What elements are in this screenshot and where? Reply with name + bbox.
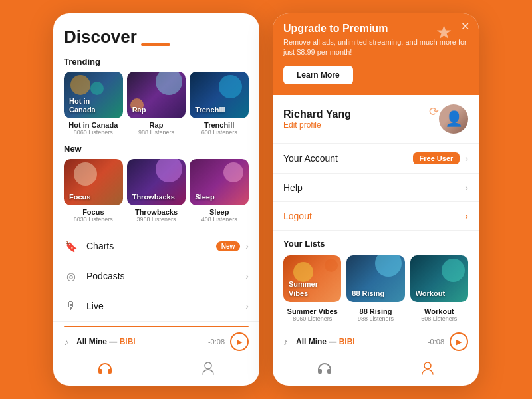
decoration-icon: ⟳ xyxy=(429,104,439,119)
new-card-throwbacks-label: Throwbacks xyxy=(132,193,175,201)
chevron-right-icon: › xyxy=(245,241,249,251)
right-play-button[interactable]: ▶ xyxy=(450,332,468,351)
trending-info-2: Trenchill 608 Listeners xyxy=(190,121,249,136)
charts-label: Charts xyxy=(86,241,216,251)
page-title: Discover xyxy=(64,27,137,47)
trending-info-0: Hot in Canada 8060 Listeners xyxy=(64,121,123,136)
premium-banner: ✕ ★ Upgrade to Premium Remove all ads, u… xyxy=(273,13,479,95)
free-user-badge: Free User xyxy=(413,152,460,164)
new-card-focus[interactable]: Focus xyxy=(64,159,123,205)
star-icon: ★ xyxy=(436,21,452,43)
headphones-nav-icon[interactable] xyxy=(93,359,117,378)
trending-card-rap-label: Rap xyxy=(132,106,146,114)
left-panel: Discover Trending Hot inCanada Rap Trenc… xyxy=(53,13,259,386)
now-playing-time: -0:08 xyxy=(208,338,225,346)
new-grid: Focus Throwbacks Sleep xyxy=(64,159,249,205)
svg-point-1 xyxy=(424,362,431,369)
close-icon[interactable]: ✕ xyxy=(461,20,469,33)
trending-card-hot-canada-label: Hot inCanada xyxy=(69,97,96,114)
profile-info: Richard Yang Edit profile xyxy=(283,108,434,130)
avatar-image: 👤 xyxy=(439,104,468,134)
lists-info-2: Workout 608 Listeners xyxy=(410,307,468,322)
bookmark-icon: 🔖 xyxy=(64,239,78,253)
right-now-playing-artist: BIBI xyxy=(339,337,355,346)
bottom-nav xyxy=(53,356,259,383)
help-row[interactable]: Help › xyxy=(273,174,479,202)
right-now-playing-bar: ♪ All Mine — BIBI -0:08 ▶ xyxy=(273,327,479,356)
list-card-workout-label: Workout xyxy=(416,289,445,298)
trending-card-hot-canada[interactable]: Hot inCanada xyxy=(64,72,123,118)
chevron-right-icon: › xyxy=(465,153,468,164)
chevron-right-icon: › xyxy=(245,301,249,311)
new-card-sleep-label: Sleep xyxy=(195,193,214,201)
trending-card-trenchill[interactable]: Trenchill xyxy=(190,72,249,118)
help-label: Help xyxy=(283,182,465,193)
list-card-88rising-label: 88 Rising xyxy=(352,289,384,298)
podcasts-label: Podcasts xyxy=(86,271,245,281)
right-profile-nav-icon[interactable] xyxy=(416,359,440,378)
logout-row[interactable]: Logout › xyxy=(273,202,479,231)
new-badge: New xyxy=(216,241,241,251)
your-lists-section: Your Lists SummerVibes 88 Rising Workout… xyxy=(273,231,479,323)
now-playing-text: All Mine — BIBI xyxy=(76,337,203,346)
trending-info-1: Rap 988 Listeners xyxy=(127,121,186,136)
left-bottom-bar: ♪ All Mine — BIBI -0:08 ▶ xyxy=(53,321,259,386)
list-card-summer-vibes[interactable]: SummerVibes xyxy=(283,255,341,302)
live-label: Live xyxy=(86,301,245,311)
trending-info: Hot in Canada 8060 Listeners Rap 988 Lis… xyxy=(64,121,249,136)
new-label: New xyxy=(64,144,249,154)
new-info: Focus 6033 Listeners Throwbacks 3968 Lis… xyxy=(64,208,249,223)
now-playing-bar: ♪ All Mine — BIBI -0:08 ▶ xyxy=(53,327,259,356)
nav-charts[interactable]: 🔖 Charts New › xyxy=(64,231,249,261)
right-bottom-nav xyxy=(273,356,479,383)
title-underline xyxy=(141,43,170,46)
new-info-2: Sleep 408 Listeners xyxy=(190,208,249,223)
trending-label: Trending xyxy=(64,57,249,66)
play-button[interactable]: ▶ xyxy=(230,332,249,351)
new-info-1: Throwbacks 3968 Listeners xyxy=(127,208,186,223)
profile-nav-icon[interactable] xyxy=(196,359,220,378)
your-account-row[interactable]: Your Account Free User › xyxy=(273,144,479,174)
new-card-sleep[interactable]: Sleep xyxy=(190,159,249,205)
list-card-workout[interactable]: Workout xyxy=(410,255,468,302)
music-note-icon: ♪ xyxy=(283,336,288,347)
nav-podcasts[interactable]: ◎ Podcasts › xyxy=(64,261,249,291)
list-card-88rising[interactable]: 88 Rising xyxy=(346,255,404,302)
edit-profile-link[interactable]: Edit profile xyxy=(283,120,434,130)
right-now-playing-time: -0:08 xyxy=(428,338,444,346)
logout-label: Logout xyxy=(283,211,465,221)
music-note-icon: ♪ xyxy=(64,336,68,347)
nav-live[interactable]: 🎙 Live › xyxy=(64,291,249,321)
chevron-right-icon: › xyxy=(465,211,468,221)
new-card-focus-label: Focus xyxy=(69,193,90,201)
right-panel: ✕ ★ Upgrade to Premium Remove all ads, u… xyxy=(273,13,479,386)
chevron-right-icon: › xyxy=(245,271,249,281)
avatar: 👤 xyxy=(439,104,468,134)
new-card-throwbacks[interactable]: Throwbacks xyxy=(127,159,186,205)
account-label: Your Account xyxy=(283,153,413,164)
svg-point-0 xyxy=(205,362,211,369)
lists-grid: SummerVibes 88 Rising Workout xyxy=(283,255,468,302)
profile-name: Richard Yang xyxy=(283,108,434,120)
lists-info-0: Summer Vibes 8060 Listeners xyxy=(283,307,341,322)
right-now-playing-text: All Mine — BIBI xyxy=(296,337,422,346)
profile-section: Richard Yang Edit profile ⟳ 👤 xyxy=(273,95,479,144)
right-bottom-bar: ♪ All Mine — BIBI -0:08 ▶ xyxy=(273,323,479,386)
your-lists-title: Your Lists xyxy=(283,239,468,249)
lists-info: Summer Vibes 8060 Listeners 88 Rising 98… xyxy=(283,307,468,322)
learn-more-button[interactable]: Learn More xyxy=(283,66,353,84)
lists-info-1: 88 Rising 988 Listeners xyxy=(346,307,404,322)
trending-card-rap[interactable]: Rap xyxy=(127,72,186,118)
chevron-right-icon: › xyxy=(465,182,468,193)
left-scroll-area: Discover Trending Hot inCanada Rap Trenc… xyxy=(53,13,259,321)
microphone-icon: 🎙 xyxy=(64,299,78,313)
new-info-0: Focus 6033 Listeners xyxy=(64,208,123,223)
list-card-summer-vibes-label: SummerVibes xyxy=(289,280,318,297)
trending-card-trenchill-label: Trenchill xyxy=(195,106,225,114)
now-playing-artist: BIBI xyxy=(120,337,136,346)
podcast-icon: ◎ xyxy=(64,269,78,283)
right-headphones-nav-icon[interactable] xyxy=(313,359,336,378)
trending-grid: Hot inCanada Rap Trenchill xyxy=(64,72,249,118)
